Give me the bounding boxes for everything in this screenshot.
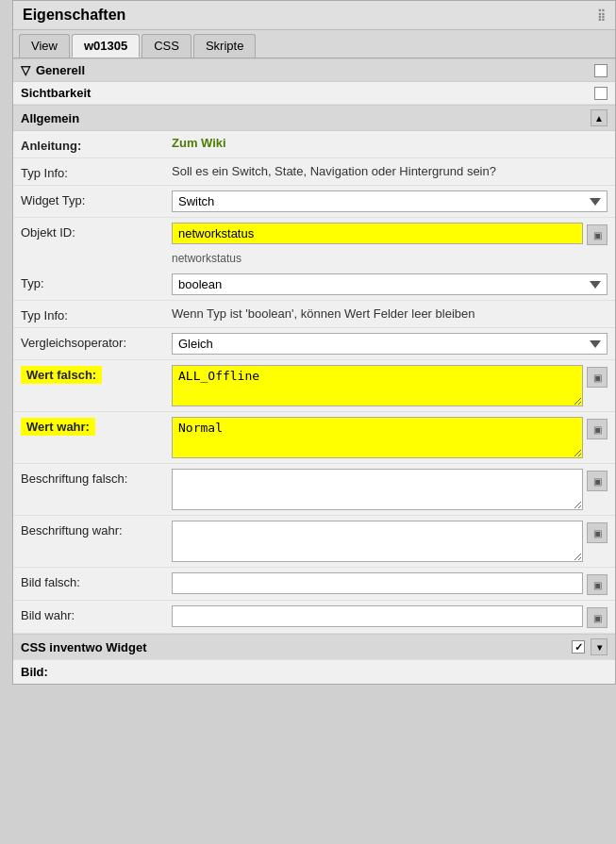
bild-falsch-label: Bild falsch: — [21, 572, 172, 589]
widget-typ-row: Widget Typ: Switch State Navigation Hint… — [13, 186, 615, 218]
bild-wahr-label: Bild wahr: — [21, 605, 172, 622]
widget-typ-select-wrap: Switch State Navigation Hintergrund — [172, 190, 608, 212]
wert-wahr-row: Wert wahr: Normal ▣ — [13, 412, 615, 464]
anleitung-row: Anleitung: Zum Wiki — [13, 131, 615, 158]
vergleichsoperator-select[interactable]: Gleich Ungleich Größer Kleiner — [172, 333, 608, 355]
css-section-expand-button[interactable]: ▾ — [591, 638, 608, 655]
beschriftung-falsch-file-button[interactable]: ▣ — [587, 471, 608, 491]
typ-info-2-value: Wenn Typ ist 'boolean', können Wert Feld… — [172, 306, 608, 323]
anleitung-label: Anleitung: — [21, 136, 172, 153]
bild-falsch-row: Bild falsch: ▣ — [13, 568, 615, 601]
generell-section-header: ▽ Generell — [13, 58, 615, 82]
css-section-checkbox[interactable]: ✓ — [572, 640, 585, 654]
css-section-header: CSS inventwo Widget ✓ ▾ — [13, 634, 615, 659]
vergleichsoperator-row: Vergleichsoperator: Gleich Ungleich Größ… — [13, 328, 615, 360]
objekt-id-label: Objekt ID: — [21, 223, 172, 240]
bild-falsch-file-button[interactable]: ▣ — [587, 574, 608, 595]
css-section-controls: ✓ ▾ — [572, 638, 608, 655]
allgemein-label: Allgemein — [21, 111, 79, 125]
content-area: ▽ Generell Sichtbarkeit Allgemein ▲ Anle… — [13, 58, 615, 684]
bild-wahr-input[interactable] — [172, 605, 583, 627]
objekt-id-value: ▣ — [172, 223, 608, 245]
wert-falsch-value: ALL_Offline ▣ — [172, 365, 608, 406]
typ-info-1-text: Soll es ein Switch, State, Navigation od… — [172, 163, 496, 180]
allgemein-scroll-buttons: ▲ — [591, 109, 608, 126]
beschriftung-falsch-row: Beschriftung falsch: ▣ — [13, 464, 615, 516]
generell-checkbox[interactable] — [594, 64, 608, 77]
beschriftung-falsch-textarea[interactable] — [172, 469, 583, 510]
beschriftung-falsch-value: ▣ — [172, 469, 608, 510]
bild-wahr-file-button[interactable]: ▣ — [587, 607, 608, 628]
bild-wahr-row: Bild wahr: ▣ — [13, 601, 615, 634]
typ-select[interactable]: boolean string number — [172, 273, 608, 295]
panel-title: Eigenschaften ⣿ — [13, 1, 615, 30]
beschriftung-wahr-label: Beschriftung wahr: — [21, 521, 172, 538]
beschriftung-wahr-textarea[interactable] — [172, 521, 583, 562]
generell-label: Generell — [36, 63, 594, 77]
bild-section: Bild: — [13, 659, 615, 684]
bild-section-label: Bild: — [21, 665, 48, 679]
wert-wahr-label-text: Wert wahr: — [21, 418, 95, 436]
objekt-id-row: Objekt ID: ▣ networkstatus — [13, 218, 615, 269]
typ-info-2-text: Wenn Typ ist 'boolean', können Wert Feld… — [172, 306, 475, 323]
sichtbarkeit-label: Sichtbarkeit — [21, 86, 594, 100]
tab-view[interactable]: View — [19, 34, 70, 58]
typ-info-1-value: Soll es ein Switch, State, Navigation od… — [172, 163, 608, 180]
bild-falsch-input[interactable] — [172, 572, 583, 594]
objekt-id-file-button[interactable]: ▣ — [587, 224, 608, 245]
typ-row: Typ: boolean string number — [13, 269, 615, 301]
bild-falsch-value: ▣ — [172, 572, 608, 595]
objekt-id-hint: networkstatus — [13, 250, 615, 269]
typ-info-2-row: Typ Info: Wenn Typ ist 'boolean', können… — [13, 301, 615, 328]
wert-falsch-row: Wert falsch: ALL_Offline ▣ — [13, 360, 615, 412]
sichtbarkeit-checkbox[interactable] — [594, 87, 608, 100]
wert-wahr-file-button[interactable]: ▣ — [587, 419, 608, 439]
typ-value: boolean string number — [172, 273, 608, 295]
typ-info-1-label: Typ Info: — [21, 163, 172, 180]
wert-falsch-textarea[interactable]: ALL_Offline — [172, 365, 583, 406]
tab-skripte[interactable]: Skripte — [193, 34, 256, 58]
tab-w01305[interactable]: w01305 — [72, 34, 140, 58]
vergleichsoperator-label: Vergleichsoperator: — [21, 333, 172, 350]
beschriftung-wahr-value: ▣ — [172, 521, 608, 562]
bild-wahr-value: ▣ — [172, 605, 608, 628]
wert-falsch-label-text: Wert falsch: — [21, 366, 102, 384]
wert-wahr-textarea[interactable]: Normal — [172, 417, 583, 458]
tabs-bar: View w01305 CSS Skripte — [13, 30, 615, 58]
beschriftung-wahr-row: Beschriftung wahr: ▣ — [13, 516, 615, 568]
sichtbarkeit-row: Sichtbarkeit — [13, 82, 615, 105]
tab-css[interactable]: CSS — [142, 34, 191, 58]
wert-wahr-value: Normal ▣ — [172, 417, 608, 458]
widget-typ-label: Widget Typ: — [21, 190, 172, 207]
objekt-id-row-inner: Objekt ID: ▣ — [13, 218, 615, 250]
allgemein-header: Allgemein ▲ — [13, 105, 615, 131]
typ-info-1-row: Typ Info: Soll es ein Switch, State, Nav… — [13, 158, 615, 186]
beschriftung-falsch-label: Beschriftung falsch: — [21, 469, 172, 486]
widget-typ-value: Switch State Navigation Hintergrund — [172, 190, 608, 212]
objekt-id-input[interactable] — [172, 223, 583, 244]
vergleichsoperator-value: Gleich Ungleich Größer Kleiner — [172, 333, 608, 355]
wert-falsch-file-button[interactable]: ▣ — [587, 367, 608, 388]
wert-wahr-label: Wert wahr: — [21, 417, 172, 434]
wert-falsch-label: Wert falsch: — [21, 365, 172, 382]
vergleichsoperator-select-wrap: Gleich Ungleich Größer Kleiner — [172, 333, 608, 355]
beschriftung-wahr-file-button[interactable]: ▣ — [587, 522, 608, 543]
anleitung-value: Zum Wiki — [172, 136, 608, 150]
widget-typ-select[interactable]: Switch State Navigation Hintergrund — [172, 190, 608, 212]
typ-label: Typ: — [21, 273, 172, 290]
zum-wiki-link[interactable]: Zum Wiki — [172, 136, 226, 150]
filter-icon: ▽ — [21, 63, 30, 77]
typ-info-2-label: Typ Info: — [21, 306, 172, 323]
typ-select-wrap: boolean string number — [172, 273, 608, 295]
panel-title-text: Eigenschaften — [23, 7, 125, 24]
scroll-up-button[interactable]: ▲ — [591, 109, 608, 126]
drag-handle[interactable]: ⣿ — [597, 8, 606, 22]
css-section-label: CSS inventwo Widget — [21, 640, 147, 654]
